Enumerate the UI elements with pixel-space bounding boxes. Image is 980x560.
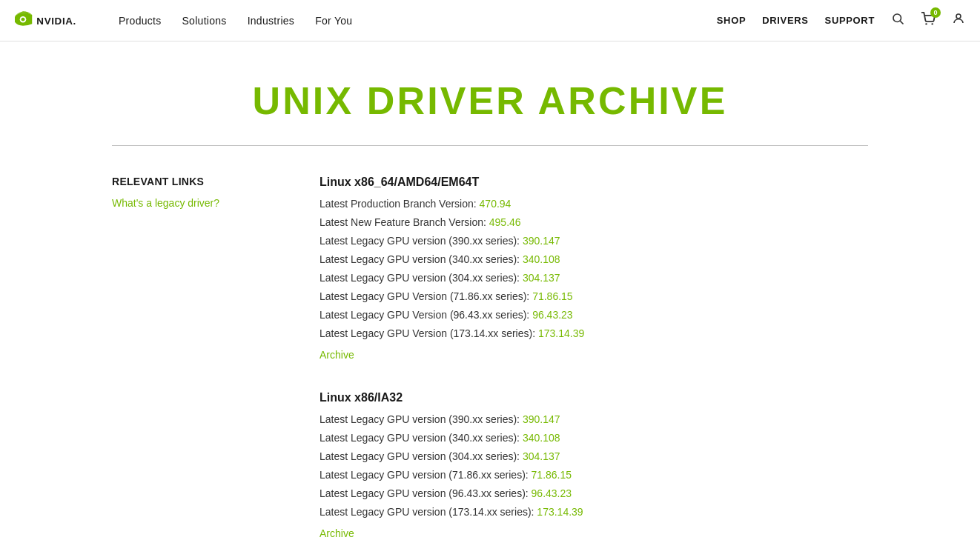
nvidia-logo[interactable]: NVIDIA.	[15, 9, 96, 33]
driver-row: Latest Legacy GPU version (304.xx series…	[320, 270, 868, 286]
sidebar-heading: RELEVANT LINKS	[112, 176, 275, 187]
cart-icon[interactable]: 0	[921, 12, 936, 29]
version-link[interactable]: 390.147	[523, 235, 560, 247]
site-header: NVIDIA. Products Solutions Industries Fo…	[0, 0, 980, 41]
section-linux-x86-ia32: Linux x86/IA32 Latest Legacy GPU version…	[320, 391, 868, 540]
drivers-link[interactable]: DRIVERS	[762, 15, 808, 26]
version-link[interactable]: 71.86.15	[532, 290, 573, 302]
driver-row: Latest Legacy GPU version (96.43.xx seri…	[320, 486, 868, 501]
version-link[interactable]: 390.147	[523, 413, 560, 425]
nav-products[interactable]: Products	[119, 15, 162, 27]
driver-row: Latest Legacy GPU version (390.xx series…	[320, 233, 868, 249]
section-heading-0: Linux x86_64/AMD64/EM64T	[320, 176, 868, 189]
driver-row: Latest New Feature Branch Version: 495.4…	[320, 215, 868, 230]
nav-industries[interactable]: Industries	[248, 15, 295, 27]
version-link[interactable]: 495.46	[489, 216, 521, 228]
svg-point-5	[925, 23, 927, 24]
content-layout: RELEVANT LINKS What's a legacy driver? L…	[112, 176, 868, 560]
section-linux-x86-amd64: Linux x86_64/AMD64/EM64T Latest Producti…	[320, 176, 868, 361]
driver-row: Latest Legacy GPU version (71.86.xx seri…	[320, 467, 868, 483]
driver-row: Latest Legacy GPU Version (173.14.xx ser…	[320, 326, 868, 341]
driver-row: Latest Legacy GPU Version (96.43.xx seri…	[320, 307, 868, 323]
svg-point-6	[932, 23, 933, 24]
search-icon[interactable]	[891, 12, 904, 29]
svg-point-1	[21, 17, 25, 21]
svg-line-4	[900, 21, 903, 24]
shop-link[interactable]: SHOP	[717, 15, 746, 26]
svg-point-7	[956, 14, 961, 19]
nav-for-you[interactable]: For You	[315, 15, 352, 27]
driver-row: Latest Legacy GPU version (340.xx series…	[320, 430, 868, 446]
divider	[112, 145, 868, 146]
page-content: UNIX DRIVER ARCHIVE RELEVANT LINKS What'…	[82, 41, 898, 560]
sidebar: RELEVANT LINKS What's a legacy driver?	[112, 176, 275, 560]
version-link[interactable]: 340.108	[523, 253, 560, 265]
version-link[interactable]: 470.94	[480, 198, 511, 210]
svg-point-3	[893, 14, 901, 22]
driver-row: Latest Legacy GPU Version (71.86.xx seri…	[320, 289, 868, 304]
version-link[interactable]: 173.14.39	[538, 327, 584, 339]
user-icon[interactable]	[952, 12, 965, 29]
version-link[interactable]: 304.137	[523, 272, 560, 284]
driver-row: Latest Production Branch Version: 470.94	[320, 196, 868, 212]
version-link[interactable]: 304.137	[523, 450, 560, 462]
nav-solutions[interactable]: Solutions	[182, 15, 227, 27]
version-link[interactable]: 96.43.23	[532, 487, 572, 499]
version-link[interactable]: 173.14.39	[537, 506, 583, 518]
support-link[interactable]: SUPPORT	[825, 15, 875, 26]
main-section: Linux x86_64/AMD64/EM64T Latest Producti…	[320, 176, 868, 560]
archive-link-1[interactable]: Archive	[320, 527, 354, 539]
section-heading-1: Linux x86/IA32	[320, 391, 868, 404]
svg-text:NVIDIA.: NVIDIA.	[36, 16, 76, 27]
archive-link-0[interactable]: Archive	[320, 349, 354, 361]
cart-badge: 0	[930, 7, 941, 18]
version-link[interactable]: 96.43.23	[532, 309, 573, 321]
driver-row: Latest Legacy GPU version (173.14.xx ser…	[320, 504, 868, 520]
version-link[interactable]: 340.108	[523, 432, 560, 444]
header-right: SHOP DRIVERS SUPPORT 0	[717, 12, 965, 29]
main-nav: Products Solutions Industries For You	[119, 15, 717, 27]
version-link[interactable]: 71.86.15	[532, 469, 572, 481]
legacy-driver-link[interactable]: What's a legacy driver?	[112, 197, 219, 209]
driver-row: Latest Legacy GPU version (304.xx series…	[320, 449, 868, 464]
driver-row: Latest Legacy GPU version (390.xx series…	[320, 412, 868, 427]
driver-row: Latest Legacy GPU version (340.xx series…	[320, 252, 868, 267]
page-title: UNIX DRIVER ARCHIVE	[112, 41, 868, 145]
